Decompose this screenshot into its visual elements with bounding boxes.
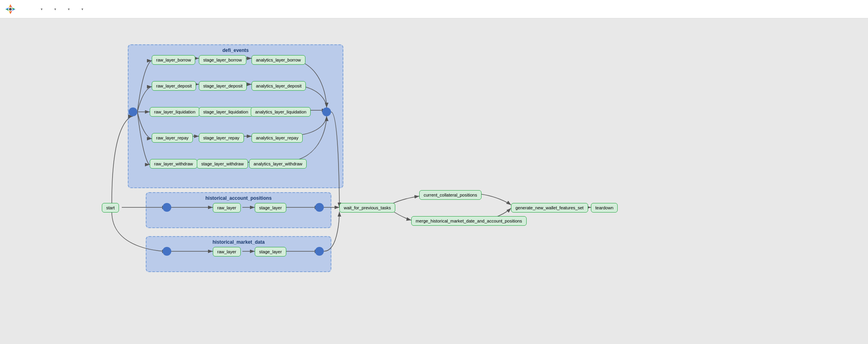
- svg-marker-1: [9, 4, 10, 7]
- subdag-label-historical_account_positions: historical_account_positions: [205, 195, 271, 201]
- security-arrow: ▾: [41, 7, 43, 11]
- task-node-generate_new_wallet[interactable]: generate_new_wallet_features_set: [511, 203, 588, 213]
- task-node-defi_analytics_liquidation[interactable]: analytics_layer_liquidation: [251, 107, 311, 117]
- task-node-hap_stage_layer[interactable]: stage_layer: [255, 203, 286, 213]
- navbar: ▾ ▾ ▾ ▾: [0, 0, 868, 18]
- task-node-defi_stage_liquidation[interactable]: stage_layer_liquidation: [199, 107, 253, 117]
- nav-docs[interactable]: ▾: [76, 5, 87, 14]
- task-node-defi_stage_repay[interactable]: stage_layer_repay: [199, 133, 244, 143]
- nav-items: ▾ ▾ ▾ ▾: [25, 5, 87, 14]
- subdag-label-defi_events: defi_events: [222, 48, 249, 53]
- svg-marker-6: [5, 9, 8, 11]
- task-node-defi_raw_withdraw[interactable]: raw_layer_withdraw: [150, 159, 197, 169]
- svg-marker-4: [10, 11, 12, 14]
- task-node-hap_raw_layer[interactable]: raw_layer: [213, 203, 241, 213]
- dag-arrows: [4, 22, 683, 294]
- nav-security[interactable]: ▾: [36, 5, 47, 14]
- task-node-hmd_stage_layer[interactable]: stage_layer: [255, 247, 286, 257]
- task-node-defi_analytics_repay[interactable]: analytics_layer_repay: [252, 133, 303, 143]
- circle-node-c_hmd_in: [163, 247, 171, 256]
- task-node-hmd_raw_layer[interactable]: raw_layer: [213, 247, 241, 257]
- circle-node-c_defi_in: [129, 107, 137, 116]
- circle-node-c_defi_out: [322, 107, 331, 116]
- svg-point-8: [9, 8, 12, 10]
- task-node-defi_analytics_borrow[interactable]: analytics_layer_borrow: [252, 55, 305, 65]
- circle-node-c_hap_in: [163, 203, 171, 212]
- task-node-start[interactable]: start: [102, 203, 119, 213]
- svg-marker-3: [12, 9, 15, 11]
- docs-arrow: ▾: [81, 7, 83, 11]
- nav-dags[interactable]: [25, 7, 33, 12]
- task-node-current_collateral_positions[interactable]: current_collateral_positions: [419, 190, 482, 200]
- task-node-merge_historical[interactable]: merge_historical_market_date_and_account…: [411, 216, 527, 226]
- task-node-defi_raw_borrow[interactable]: raw_layer_borrow: [152, 55, 195, 65]
- circle-node-c_hap_out: [315, 203, 324, 212]
- dag-canvas: defi_eventshistorical_account_positionsh…: [4, 22, 683, 294]
- main-content: defi_eventshistorical_account_positionsh…: [0, 18, 868, 298]
- task-node-defi_stage_borrow[interactable]: stage_layer_borrow: [199, 55, 246, 65]
- svg-marker-2: [12, 7, 15, 9]
- task-node-defi_raw_liquidation[interactable]: raw_layer_liquidation: [150, 107, 200, 117]
- svg-marker-0: [10, 4, 12, 7]
- nav-admin[interactable]: ▾: [63, 5, 74, 14]
- svg-marker-7: [5, 7, 8, 9]
- admin-arrow: ▾: [68, 7, 70, 11]
- task-node-teardown[interactable]: teardown: [591, 203, 618, 213]
- nav-browse[interactable]: ▾: [49, 5, 60, 14]
- task-node-defi_stage_deposit[interactable]: stage_layer_deposit: [199, 81, 247, 91]
- task-node-defi_raw_repay[interactable]: raw_layer_repay: [152, 133, 193, 143]
- task-node-wait_for_previous_tasks[interactable]: wait_for_previous_tasks: [339, 203, 395, 213]
- logo[interactable]: [5, 4, 18, 15]
- task-node-defi_raw_deposit[interactable]: raw_layer_deposit: [152, 81, 196, 91]
- browse-arrow: ▾: [54, 7, 56, 11]
- task-node-defi_analytics_deposit[interactable]: analytics_layer_deposit: [252, 81, 306, 91]
- task-node-defi_analytics_withdraw[interactable]: analytics_layer_withdraw: [249, 159, 307, 169]
- task-node-defi_stage_withdraw[interactable]: stage_layer_withdraw: [197, 159, 248, 169]
- svg-marker-5: [9, 11, 10, 14]
- circle-node-c_hmd_out: [315, 247, 324, 256]
- subdag-label-historical_market_data: historical_market_data: [212, 239, 265, 245]
